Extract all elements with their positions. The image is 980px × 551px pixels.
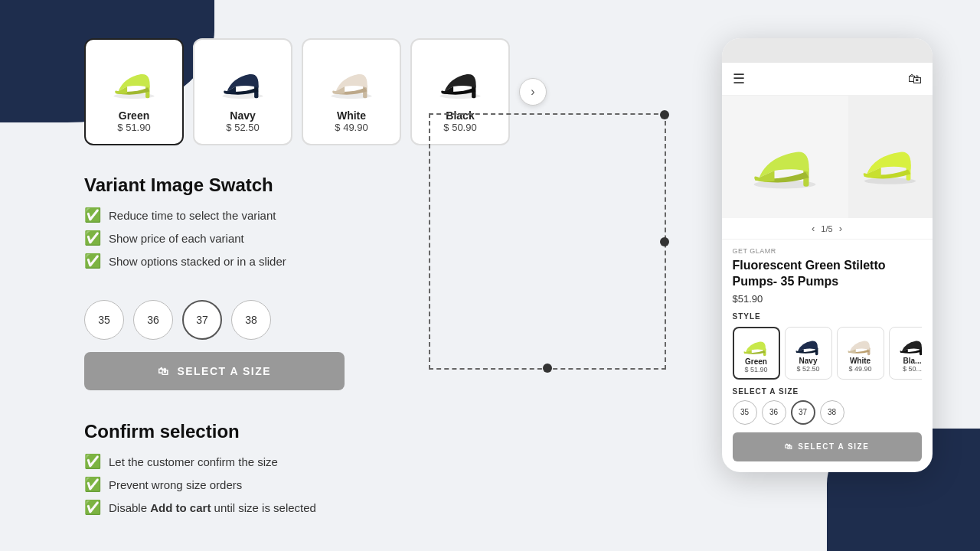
product-img-side <box>848 96 933 218</box>
phone-swatch-green[interactable]: Green $ 51.90 <box>733 327 780 380</box>
phone-size-37[interactable]: 37 <box>791 400 815 425</box>
phone-swatch-white[interactable]: White $ 49.90 <box>837 327 884 380</box>
phone-select-size-button[interactable]: 🛍 SELECT A SIZE <box>733 432 922 461</box>
phone-size-36[interactable]: 36 <box>762 400 786 425</box>
swatch-label-green: Green <box>119 109 149 122</box>
swatch-label-navy: Navy <box>230 109 255 122</box>
variant-swatch-green[interactable]: Green $ 51.90 <box>84 38 184 145</box>
swatch-img-white <box>321 51 382 105</box>
variant-swatch-white[interactable]: White $ 49.90 <box>302 38 401 145</box>
size-options: 35 36 37 38 <box>84 300 674 340</box>
phone-swatch-black[interactable]: Bla... $ 50... <box>889 327 922 380</box>
select-size-button[interactable]: 🛍 SELECT A SIZE <box>84 352 345 390</box>
swatch-price-white: $ 49.90 <box>335 122 368 133</box>
phone-swatch-label-navy: Navy <box>799 357 818 365</box>
confirm-title: Confirm selection <box>84 421 674 442</box>
swatch-price-green: $ 51.90 <box>117 122 150 133</box>
confirm-item-1: ✅ Let the customer confirm the size <box>84 453 674 470</box>
size-btn-38[interactable]: 38 <box>231 300 271 340</box>
left-panel: Green $ 51.90 Navy $ 52.50 <box>84 38 674 528</box>
check-icon-2: ✅ <box>84 230 101 246</box>
swatch-img-green <box>103 51 165 105</box>
phone-size-35[interactable]: 35 <box>733 400 757 425</box>
check-icon-c2: ✅ <box>84 476 101 493</box>
check-icon-1: ✅ <box>84 207 101 223</box>
confirm-list: ✅ Let the customer confirm the size ✅ Pr… <box>84 453 674 516</box>
phone-select-size-label: SELECT A SIZE <box>798 442 869 451</box>
feature-item-3: ✅ Show options stacked or in a slider <box>84 253 674 269</box>
check-icon-c3: ✅ <box>84 499 101 516</box>
phone-product-info: GET GLAMR Fluorescent Green Stiletto Pum… <box>722 240 933 472</box>
phone-size-label: SELECT A SIZE <box>733 387 922 396</box>
size-section: 35 36 37 38 🛍 SELECT A SIZE <box>84 300 674 390</box>
phone-size-38[interactable]: 38 <box>820 400 844 425</box>
size-btn-37[interactable]: 37 <box>182 300 222 340</box>
select-size-label: SELECT A SIZE <box>177 365 271 377</box>
variant-swatches-row: Green $ 51.90 Navy $ 52.50 <box>84 38 674 145</box>
img-prev-btn[interactable]: ‹ <box>812 223 815 234</box>
phone-swatch-label-green: Green <box>745 357 767 366</box>
swatch-label-black: Black <box>446 109 474 122</box>
check-icon-c1: ✅ <box>84 453 101 470</box>
check-icon-3: ✅ <box>84 253 101 269</box>
swatch-img-navy <box>212 51 273 105</box>
phone-swatch-price-black: $ 50... <box>903 365 922 373</box>
feature-title: Variant Image Swatch <box>84 174 674 196</box>
phone-swatch-navy[interactable]: Navy $ 52.50 <box>785 327 832 380</box>
size-btn-36[interactable]: 36 <box>133 300 173 340</box>
img-next-btn[interactable]: › <box>839 223 842 234</box>
phone-top-bar <box>722 38 933 63</box>
phone-swatch-label-white: White <box>850 357 871 365</box>
size-btn-35[interactable]: 35 <box>84 300 124 340</box>
feature-item-1: ✅ Reduce time to select the variant <box>84 207 674 223</box>
variant-swatch-black[interactable]: Black $ 50.90 <box>410 38 510 145</box>
bag-icon: 🛍 <box>158 365 170 377</box>
phone-brand: GET GLAMR <box>733 247 922 255</box>
phone-product-price: $51.90 <box>733 293 922 305</box>
confirm-item-3-text: Disable Add to cart until size is select… <box>109 501 316 514</box>
swatch-price-black: $ 50.90 <box>443 122 476 133</box>
phone-swatch-label-black: Bla... <box>903 357 922 365</box>
phone-product-name: Fluorescent Green Stiletto Pumps- 35 Pum… <box>733 258 922 290</box>
confirm-section: Confirm selection ✅ Let the customer con… <box>84 421 674 516</box>
feature-item-2: ✅ Show price of each variant <box>84 230 674 246</box>
phone-sizes: 35 36 37 38 <box>733 400 922 425</box>
image-nav: ‹ 1/5 › <box>722 218 933 240</box>
phone-style-label: STYLE <box>733 312 922 321</box>
swatch-price-navy: $ 52.50 <box>226 122 259 133</box>
image-nav-counter: 1/5 <box>821 224 832 233</box>
confirm-item-2: ✅ Prevent wrong size orders <box>84 476 674 493</box>
phone-swatch-price-white: $ 49.90 <box>848 365 871 373</box>
phone-swatch-price-navy: $ 52.50 <box>796 365 819 373</box>
swatch-img-black <box>430 51 491 105</box>
phone-mockup: ☰ 🛍 <box>722 38 933 472</box>
product-images <box>722 96 933 218</box>
phone-swatches: Green $ 51.90 Navy $ 52.50 <box>733 327 922 380</box>
phone-bag-icon: 🛍 <box>785 442 794 451</box>
phone-swatch-price-green: $ 51.90 <box>744 366 767 373</box>
right-panel: ☰ 🛍 <box>720 38 934 528</box>
product-img-main <box>722 96 848 218</box>
variant-swatch-navy[interactable]: Navy $ 52.50 <box>193 38 292 145</box>
confirm-item-3: ✅ Disable Add to cart until size is sele… <box>84 499 674 516</box>
feature-list: ✅ Reduce time to select the variant ✅ Sh… <box>84 207 674 269</box>
feature-section: Variant Image Swatch ✅ Reduce time to se… <box>84 174 674 269</box>
swatch-label-white: White <box>337 109 366 122</box>
phone-header: ☰ 🛍 <box>722 63 933 96</box>
next-arrow-btn[interactable]: › <box>519 78 547 106</box>
hamburger-icon[interactable]: ☰ <box>733 70 745 87</box>
cart-icon[interactable]: 🛍 <box>908 71 922 87</box>
